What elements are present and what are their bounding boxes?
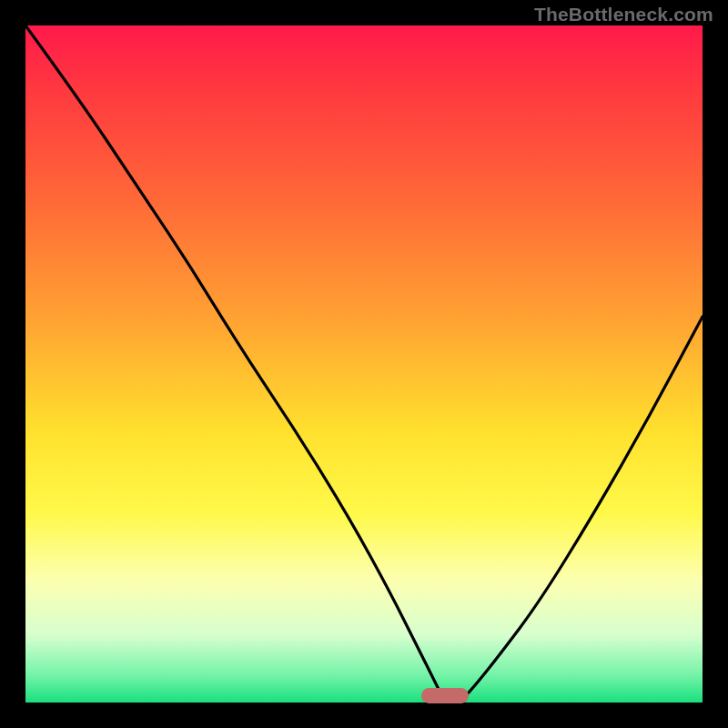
optimal-range-marker (421, 688, 469, 703)
watermark-text: TheBottleneck.com (534, 4, 713, 25)
bottleneck-curve (25, 25, 703, 703)
chart-frame: TheBottleneck.com (0, 0, 728, 728)
plot-area (25, 25, 703, 703)
